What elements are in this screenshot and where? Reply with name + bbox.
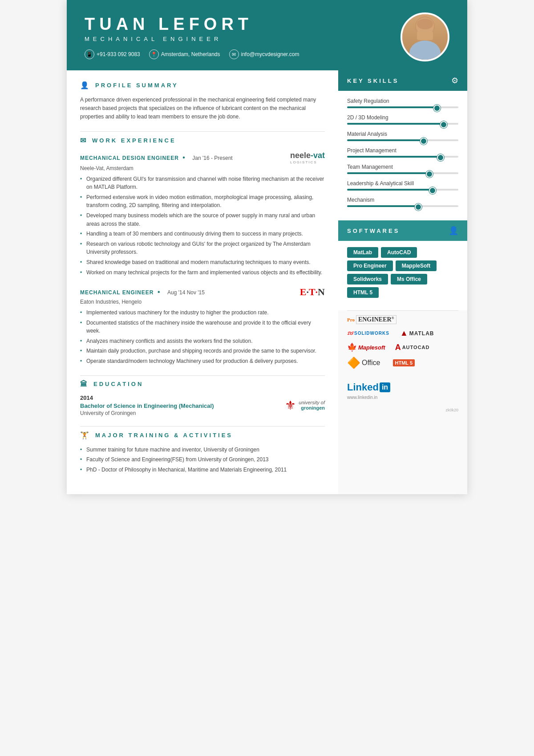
skill-mechanism-name: Mechanism xyxy=(347,197,458,203)
logo-row-1: Pro ENGINEER® xyxy=(347,315,458,324)
skills-body: Safety Regulation 2D / 3D Modeling Mater… xyxy=(338,91,467,220)
skill-project-management: Project Management xyxy=(347,147,458,158)
work-icon: ✉ xyxy=(80,136,88,145)
main-layout: 👤 PROFILE SUMMARY A performance driven e… xyxy=(67,70,467,494)
linkedin-text: Linked xyxy=(347,382,379,393)
education-section: 🏛 EDUCATION 2014 Bachelor of Science in … xyxy=(80,380,325,416)
job-title-header: MECHANICAL ENGINEER xyxy=(85,36,400,42)
job-1-bullet-6: Shared knowledge based on traditional an… xyxy=(80,258,325,267)
linkedin-in: in xyxy=(380,382,390,392)
training-bullet-1: Summer training for future machine and i… xyxy=(80,446,325,454)
skill-leadership: Leadership & Analytical Skill xyxy=(347,180,458,191)
skill-safety-bar xyxy=(347,106,458,108)
email-text: info@mycvdesigner.com xyxy=(241,51,299,57)
logo-row-2: 𝓓𝓢 SOLIDWORKS ▲ MATLAB xyxy=(347,329,458,338)
edu-school: University of Groningen xyxy=(80,410,214,416)
skill-leadership-name: Leadership & Analytical Skill xyxy=(347,180,458,187)
edu-year: 2014 xyxy=(80,394,214,401)
training-bullets: Summer training for future machine and i… xyxy=(80,446,325,474)
education-title: 🏛 EDUCATION xyxy=(80,380,325,390)
profile-text: A performance driven experienced profess… xyxy=(80,96,325,122)
skill-team-fill xyxy=(347,172,431,174)
skill-3d-modeling: 2D / 3D Modeling xyxy=(347,114,458,125)
skill-material-analysis: Material Analysis xyxy=(347,131,458,141)
job-2-title-row: MECHANICAL ENGINEER • Aug '14 Nov '15 xyxy=(80,288,205,296)
skill-team-management: Team Management xyxy=(347,164,458,174)
training-section: 🏋 MAJOR TRAINING & ACTIVITIES Summer tra… xyxy=(80,431,325,474)
training-bullet-3: PhD - Doctor of Philosophy in Mechanical… xyxy=(80,466,325,474)
skills-gear-icon: ⚙ xyxy=(451,76,458,85)
eaton-logo: E·T·N xyxy=(300,286,325,298)
skill-leadership-fill xyxy=(347,189,434,191)
key-skills-title: KEY SKILLS xyxy=(347,77,399,84)
html5-logo: HTML 5 xyxy=(393,359,415,366)
profile-summary-section: 👤 PROFILE SUMMARY A performance driven e… xyxy=(80,81,325,122)
skill-3d-name: 2D / 3D Modeling xyxy=(347,114,458,121)
phone-number: +91-933 092 9083 xyxy=(97,51,140,57)
skill-3d-bar xyxy=(347,123,458,125)
skill-safety-regulation: Safety Regulation xyxy=(347,98,458,108)
softwares-person-icon: 👤 xyxy=(449,226,458,236)
job-1-period: Jan '16 - Present xyxy=(192,155,232,161)
job-1-title: MECHANICAL DESIGN ENGINEER xyxy=(80,155,179,161)
sw-tag-mapplesoft: MappleSoft xyxy=(396,260,437,271)
job-1-bullet-4: Handling a team of 30 members and contin… xyxy=(80,230,325,238)
contact-phone: 📱 +91-933 092 9083 xyxy=(85,49,140,59)
email-icon: ✉ xyxy=(229,49,239,59)
phone-icon: 📱 xyxy=(85,49,94,59)
job-1-title-row: MECHANICAL DESIGN ENGINEER • Jan '16 - P… xyxy=(80,154,233,162)
job-2-period: Aug '14 Nov '15 xyxy=(167,289,205,296)
skill-team-name: Team Management xyxy=(347,164,458,170)
job-1-bullet-7: Worked on many technical projects for th… xyxy=(80,268,325,277)
job-2-bullet-4: Maintain daily production, purchase and … xyxy=(80,347,325,355)
softwares-body: MatLab AutoCAD Pro Engineer MappleSoft S… xyxy=(338,241,467,310)
groningen-logo: ⚜ university of groningen xyxy=(285,398,325,413)
full-name: TUAN LEFORT xyxy=(85,15,400,34)
sw-tag-autocad: AutoCAD xyxy=(381,247,417,258)
work-experience-section: ✉ WORK EXPERIENCE MECHANICAL DESIGN ENGI… xyxy=(80,136,325,366)
neele-vat-logo: neele-vat LOGISTICS xyxy=(290,151,325,164)
job-2-bullets: Implemented various machinery for the in… xyxy=(80,309,325,366)
key-skills-header: KEY SKILLS ⚙ xyxy=(338,70,467,91)
skill-safety-name: Safety Regulation xyxy=(347,98,458,104)
linkedin-section: Linked in www.linkedin.in xyxy=(338,378,467,406)
profile-icon: 👤 xyxy=(80,81,91,89)
svg-point-1 xyxy=(409,41,441,60)
solidworks-logo: 𝓓𝓢 SOLIDWORKS xyxy=(347,331,389,336)
uni-emblem: ⚜ xyxy=(285,398,296,413)
sw-tag-ms-office: Ms Office xyxy=(391,274,427,285)
job-2-title: MECHANICAL ENGINEER xyxy=(80,289,154,296)
skill-material-name: Material Analysis xyxy=(347,131,458,137)
sw-tag-matlab: MatLab xyxy=(347,247,378,258)
job-1-bullet-5: Research on various robotic technology a… xyxy=(80,240,325,256)
header-contact: 📱 +91-933 092 9083 📍 Amsterdam, Netherla… xyxy=(85,49,400,59)
divider-3 xyxy=(80,426,325,427)
edu-entry-1: 2014 Bachelor of Science in Engineering … xyxy=(80,394,325,416)
profile-summary-title: 👤 PROFILE SUMMARY xyxy=(80,81,325,91)
pro-engineer-logo: Pro ENGINEER® xyxy=(347,315,396,324)
contact-location: 📍 Amsterdam, Netherlands xyxy=(149,49,220,59)
divider-1 xyxy=(80,131,325,132)
contact-email: ✉ info@mycvdesigner.com xyxy=(229,49,299,59)
logos-grid: Pro ENGINEER® 𝓓𝓢 SOLIDWORKS ▲ MATLAB xyxy=(338,311,467,378)
header-left: TUAN LEFORT MECHANICAL ENGINEER 📱 +91-93… xyxy=(85,15,400,59)
skill-mechanism: Mechanism xyxy=(347,197,458,207)
job-2-company: Eaton Industries, Hengelo xyxy=(80,299,325,305)
training-icon: 🏋 xyxy=(80,431,91,439)
svg-point-3 xyxy=(417,19,433,29)
skill-3d-fill xyxy=(347,123,445,125)
job-2-bullet-2: Documented statistics of the machinery i… xyxy=(80,319,325,335)
sw-tag-solidworks: Solidworks xyxy=(347,274,388,285)
left-column: 👤 PROFILE SUMMARY A performance driven e… xyxy=(67,70,338,494)
training-bullet-2: Faculty of Science and Engineering(FSE) … xyxy=(80,455,325,464)
avatar-image xyxy=(402,14,448,60)
job-1-header: MECHANICAL DESIGN ENGINEER • Jan '16 - P… xyxy=(80,151,325,164)
skill-mechanism-bar xyxy=(347,205,458,207)
edu-degree: Bachelor of Science in Engineering (Mech… xyxy=(80,402,214,409)
skill-mechanism-fill xyxy=(347,205,420,207)
education-icon: 🏛 xyxy=(80,380,89,388)
softwares-header: SOFTWARES 👤 xyxy=(338,220,467,241)
linkedin-url: www.linkedin.in xyxy=(347,395,377,400)
watermark: zk0k20 xyxy=(338,406,467,414)
skill-project-bar xyxy=(347,156,458,158)
